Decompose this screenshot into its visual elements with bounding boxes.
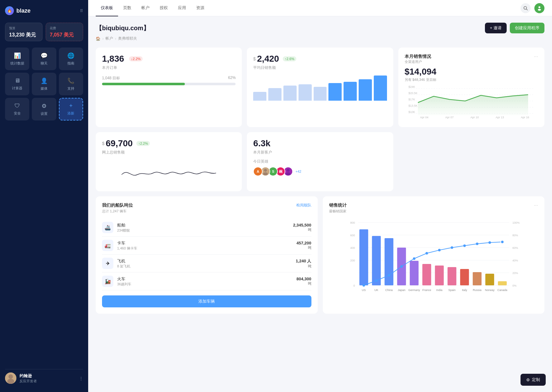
- sidebar-item-media[interactable]: 👤 媒体: [32, 73, 56, 95]
- sidebar-item-settings[interactable]: ⚙ 设置: [32, 98, 56, 120]
- sales-stats-title: 销售统计: [329, 203, 347, 208]
- fleet-ship-name: 船舶: [117, 222, 130, 228]
- security-icon: 🛡: [14, 103, 20, 109]
- fleet-truck-unit: 吨: [297, 245, 311, 250]
- fleet-plane-unit: 吨: [296, 264, 311, 269]
- expense-label: 花费: [50, 26, 79, 31]
- fleet-ship-count: 234艘舰: [117, 228, 130, 233]
- invite-button[interactable]: + 邀请: [485, 23, 507, 33]
- fleet-train-unit: 吨: [297, 281, 311, 286]
- orders-label: 本月订单: [102, 65, 236, 70]
- bar-norway: [485, 274, 494, 285]
- fleet-truck-count: 1,460 辆卡车: [117, 246, 137, 251]
- svg-text:$20.5K: $20.5K: [408, 92, 418, 95]
- line-dot-us: [362, 284, 365, 287]
- svg-text:France: France: [422, 288, 431, 292]
- sidebar-item-calc[interactable]: 🖥 计算器: [5, 73, 29, 95]
- sales-stats-chart: 800 600 400 200 0 100% 80% 60% 40% 20% 0…: [329, 216, 538, 298]
- svg-text:Apr 16: Apr 16: [521, 116, 529, 119]
- sidebar-controls-icon[interactable]: ⠿: [80, 8, 83, 13]
- fleet-train-value: 804,300: [297, 277, 311, 281]
- svg-text:800: 800: [350, 221, 355, 224]
- sidebar-item-add[interactable]: + 添新: [59, 98, 83, 120]
- bar-spain: [447, 267, 456, 285]
- sidebar-item-support[interactable]: 📞 支持: [59, 73, 83, 95]
- svg-text:$17K: $17K: [408, 98, 415, 101]
- svg-point-6: [538, 9, 541, 11]
- user-menu-icon[interactable]: ⋮: [79, 376, 83, 381]
- svg-text:China: China: [385, 288, 393, 292]
- orders-card: 1,836 ↓2.2% 本月订单 1,048 目标 62%: [96, 48, 242, 127]
- bar-3: [283, 86, 297, 101]
- ship-icon: 🚢: [102, 222, 113, 233]
- main-content: 仪表板 页数 帐户 授权 应用 资源 【biqubiqu.com】 + 邀请 创…: [88, 0, 552, 392]
- svg-text:80%: 80%: [512, 234, 518, 237]
- budget-section: 预算 13,230 美元 花费 7,057 美元: [5, 23, 83, 41]
- monthly-sales-subtitle: 全渠道用户: [405, 59, 431, 64]
- header-actions: + 邀请 创建应用程序: [485, 23, 544, 33]
- monthly-sales-amount: $14,094: [405, 67, 538, 77]
- svg-text:India: India: [436, 288, 442, 292]
- svg-point-26: [287, 169, 290, 172]
- line-dot-russia: [476, 243, 478, 245]
- new-customers-value: 6.3k: [253, 138, 270, 148]
- breadcrumb-home-icon[interactable]: 🏠: [96, 36, 100, 41]
- tab-apps[interactable]: 应用: [173, 0, 191, 16]
- line-dot-uk: [375, 279, 378, 282]
- svg-text:Canada: Canada: [497, 288, 507, 292]
- tab-pages[interactable]: 页数: [118, 0, 136, 16]
- stats-grid: 1,836 ↓2.2% 本月订单 1,048 目标 62% $: [96, 48, 544, 127]
- tab-resources[interactable]: 资源: [191, 0, 209, 16]
- bar-9: [374, 76, 387, 101]
- budget-value: 13,230 美元: [9, 32, 38, 38]
- fleet-plane-amount: 1,240 人 吨: [296, 258, 311, 269]
- sales-stats-subtitle: 最畅销国家: [329, 209, 347, 214]
- tab-accounts[interactable]: 帐户: [136, 0, 155, 16]
- user-name: 约翰逊: [20, 373, 37, 379]
- add-vehicle-button[interactable]: 添加车辆: [102, 295, 311, 307]
- monthly-sales-title: 本月销售情况: [405, 54, 431, 59]
- line-dot-china: [388, 274, 390, 277]
- svg-text:40%: 40%: [512, 259, 518, 262]
- user-avatar-button[interactable]: [534, 3, 544, 13]
- breadcrumb-current: 奥弗维耶夫: [118, 36, 137, 41]
- svg-text:400: 400: [350, 246, 355, 249]
- sales-stats-more-btn[interactable]: ···: [534, 203, 538, 208]
- online-sales-value: 69,700: [106, 138, 133, 148]
- svg-text:$13.5K: $13.5K: [408, 104, 418, 107]
- svg-text:Germany: Germany: [408, 288, 420, 292]
- sidebar-item-label: 计算器: [12, 86, 22, 91]
- create-app-button[interactable]: 创建应用程序: [510, 23, 544, 33]
- bar-france: [422, 264, 431, 285]
- top-nav: 仪表板 页数 帐户 授权 应用 资源: [88, 0, 552, 16]
- svg-text:UK: UK: [374, 288, 378, 292]
- monthly-sales-more-btn[interactable]: ···: [534, 54, 538, 59]
- daily-sales-value: 2,420: [257, 54, 279, 64]
- fleet-truck-name: 卡车: [117, 240, 137, 246]
- tab-dashboard[interactable]: 仪表板: [96, 0, 118, 16]
- sidebar-item-label: 媒体: [41, 86, 48, 91]
- bar-7: [344, 82, 357, 101]
- daily-sales-card: $ 2,420 ↑2.6% 平均日销售额: [247, 48, 393, 127]
- sidebar-item-chat[interactable]: 💬 聊天: [32, 48, 56, 70]
- tab-auth[interactable]: 授权: [155, 0, 173, 16]
- sidebar-item-label: 聊天: [41, 61, 48, 66]
- avatar: [5, 372, 16, 384]
- fleet-subtitle: 总计 1,247 辆车: [102, 209, 133, 214]
- chat-icon: 💬: [41, 52, 48, 59]
- sidebar-item-security[interactable]: 🛡 安全: [5, 98, 29, 120]
- user-info: 约翰逊 反应开发者: [5, 372, 37, 384]
- svg-text:Italy: Italy: [462, 288, 467, 292]
- search-button[interactable]: [521, 3, 531, 13]
- customize-button[interactable]: ⚙ 定制: [521, 374, 546, 386]
- sales-stats-card: 销售统计 最畅销国家 ··· 800 600: [323, 196, 545, 314]
- sidebar-item-guide[interactable]: 🌐 指南: [59, 48, 83, 70]
- breadcrumb-accounts[interactable]: 帐户: [105, 36, 113, 41]
- sales-stats-header: 销售统计 最畅销国家 ···: [329, 203, 538, 214]
- sidebar-item-stats[interactable]: 📊 统计数据: [5, 48, 29, 70]
- fleet-link[interactable]: 检阅舰队: [296, 203, 311, 208]
- truck-icon: 🚛: [102, 240, 113, 251]
- fleet-train-count: 36趟列车: [117, 282, 131, 287]
- daily-sales-badge: ↑2.6%: [283, 56, 296, 61]
- heroes-more-count: +42: [295, 170, 301, 173]
